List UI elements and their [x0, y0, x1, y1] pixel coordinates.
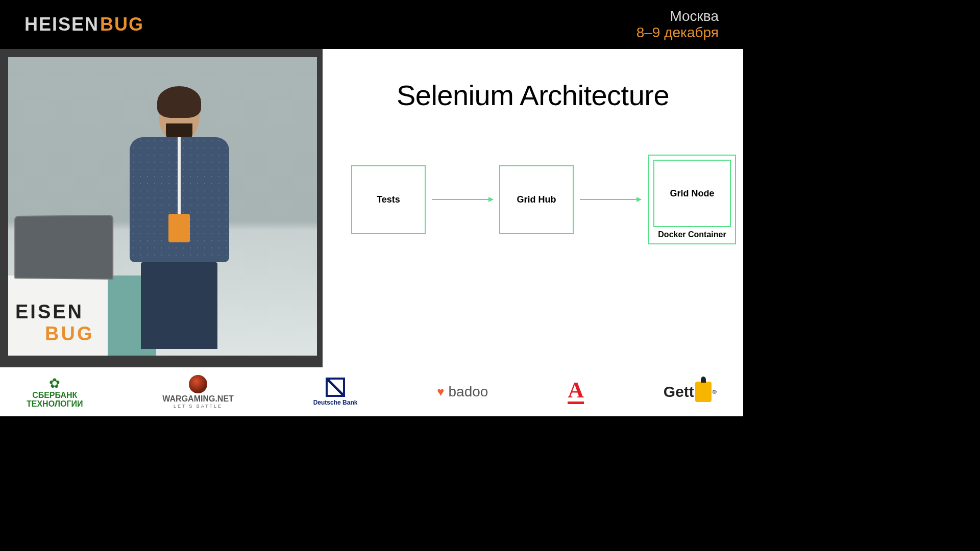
sponsor-deutschebank: Deutsche Bank — [313, 378, 358, 406]
sponsors-bar: ✿ СБЕРБАНК ТЕХНОЛОГИИ WARGAMING.NET LET'… — [0, 367, 743, 416]
slide-pane: Selenium Architecture Tests Grid Hub Gri… — [323, 49, 743, 367]
wargaming-icon — [189, 375, 207, 393]
logo-part-bug: BUG — [100, 14, 144, 35]
podium-logo: EISEN BUG — [15, 301, 94, 345]
main-content: EISEN BUG Selenium Architecture Tests Gr… — [0, 49, 743, 367]
docker-container-box: Grid Node Docker Container — [648, 155, 736, 244]
diagram-box-gridnode: Grid Node — [653, 160, 731, 227]
header-right: Москва 8–9 декабря — [636, 8, 719, 41]
video-pane: EISEN BUG — [0, 49, 323, 367]
speaker-figure — [128, 90, 230, 356]
city-label: Москва — [636, 8, 719, 24]
diagram-box-tests: Tests — [351, 165, 426, 234]
alfabank-icon: A — [568, 380, 584, 405]
laptop-icon — [14, 215, 113, 280]
heart-icon: ♥ — [437, 385, 444, 399]
gett-icon — [695, 382, 712, 402]
diagram-box-gridhub: Grid Hub — [499, 165, 574, 234]
sponsor-gett: Gett ® — [664, 382, 717, 402]
sponsor-alfabank: A — [568, 380, 584, 405]
arrow-icon — [432, 199, 493, 200]
sponsor-wargaming: WARGAMING.NET LET'S BATTLE — [162, 375, 234, 409]
slide-title: Selenium Architecture — [328, 79, 738, 112]
sponsor-badoo: ♥ badoo — [437, 384, 488, 400]
header-bar: HEISEN BUG Москва 8–9 декабря — [0, 0, 743, 49]
deutschebank-icon — [326, 378, 345, 397]
logo-part-heisen: HEISEN — [24, 14, 99, 35]
arrow-icon — [580, 199, 641, 200]
container-label: Docker Container — [653, 230, 731, 239]
sberbank-icon: ✿ — [49, 375, 60, 391]
conference-logo: HEISEN BUG — [24, 14, 144, 35]
sponsor-sberbank: ✿ СБЕРБАНК ТЕХНОЛОГИИ — [27, 375, 83, 409]
dates-label: 8–9 декабря — [636, 24, 719, 41]
speaker-video[interactable]: EISEN BUG — [8, 57, 317, 356]
architecture-diagram: Tests Grid Hub Grid Node Docker Containe… — [328, 155, 738, 244]
